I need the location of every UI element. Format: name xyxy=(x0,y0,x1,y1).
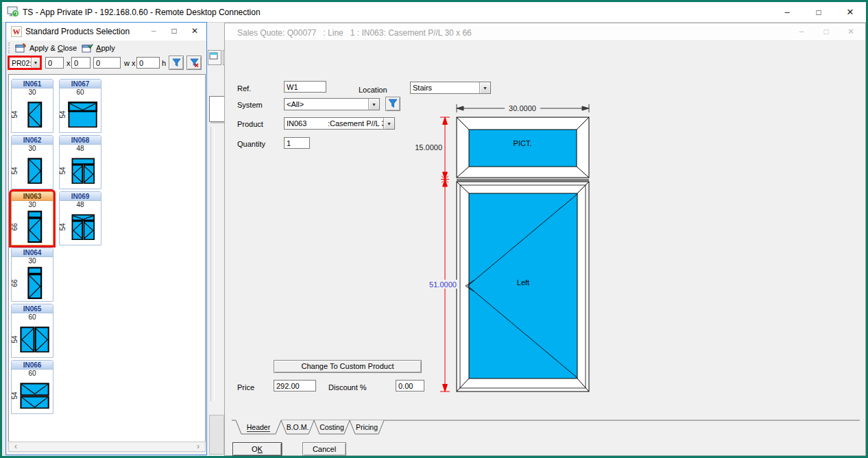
profile-value: PR02: xyxy=(10,59,31,67)
product-card-in065[interactable]: IN0656054 xyxy=(11,304,53,358)
product-code: IN063 xyxy=(12,192,53,201)
location-dropdown[interactable]: Stairs ▼ xyxy=(410,82,491,94)
product-preview: 66 xyxy=(12,210,53,244)
close-button[interactable]: ✕ xyxy=(184,23,205,40)
chevron-down-icon[interactable]: ▼ xyxy=(368,99,379,110)
rdp-icon xyxy=(7,6,19,21)
chevron-down-icon[interactable]: ▼ xyxy=(383,118,394,129)
close-button[interactable]: ✕ xyxy=(834,2,866,23)
maximize-button[interactable]: □ xyxy=(815,23,838,40)
minimize-button[interactable]: – xyxy=(771,2,803,23)
product-width: 48 xyxy=(60,145,101,153)
filter-funnel-icon xyxy=(388,99,398,108)
product-card-in061[interactable]: IN0613054 xyxy=(11,79,53,133)
clear-filter-icon xyxy=(190,58,199,67)
product-code: IN062 xyxy=(12,136,53,145)
chevron-down-icon[interactable]: ▼ xyxy=(31,58,40,68)
h-label: h xyxy=(162,59,166,67)
quantity-label: Quantity xyxy=(237,140,265,148)
minimize-button[interactable]: – xyxy=(790,23,813,40)
product-thumbnail-icon xyxy=(27,158,43,184)
product-height: 54 xyxy=(59,110,67,119)
top-pane-label: PICT. xyxy=(514,139,532,147)
tab-costing-label[interactable]: Costing xyxy=(320,423,344,431)
location-label: Location xyxy=(359,86,387,94)
sales-quote-window: Sales Quote: Q00077 : Line 1 : IN063: Ca… xyxy=(224,23,866,456)
product-value: IN063 :Casement P//L 30 xyxy=(285,119,383,128)
svg-text:W: W xyxy=(13,27,21,36)
close-button[interactable]: ✕ xyxy=(839,23,863,40)
apply-close-button[interactable]: Apply & Close xyxy=(14,42,80,54)
dialog-toolbar: Apply & Close Apply xyxy=(6,40,206,56)
price-label: Price xyxy=(237,383,254,391)
wx-label: w x xyxy=(124,59,136,67)
apply-filter-button[interactable] xyxy=(169,56,184,70)
maximize-button[interactable]: □ xyxy=(803,2,834,23)
product-preview: 54 xyxy=(60,210,101,244)
dialog-filterbar: PR02: ▼ x w x h xyxy=(6,56,206,73)
horizontal-scrollbar[interactable]: ‹ › xyxy=(8,442,206,452)
system-label: System xyxy=(237,101,263,109)
price-input[interactable] xyxy=(274,380,316,391)
cancel-button[interactable]: Cancel xyxy=(302,442,346,456)
product-width: 60 xyxy=(60,88,101,97)
system-filter-button[interactable] xyxy=(385,97,400,111)
product-height: 66 xyxy=(11,222,19,232)
scroll-right-arrow[interactable]: › xyxy=(193,442,204,451)
product-card-in062[interactable]: IN0623054 xyxy=(11,135,53,189)
tab-header-label[interactable]: Header xyxy=(247,423,271,431)
maximize-button[interactable]: □ xyxy=(164,23,184,40)
product-code: IN068 xyxy=(60,136,101,145)
product-width: 30 xyxy=(12,201,53,209)
product-preview: 54 xyxy=(60,154,101,188)
apply-button[interactable]: Apply xyxy=(80,42,119,54)
sales-quote-titlebar: Sales Quote: Q00077 : Line 1 : IN063: Ca… xyxy=(225,23,865,41)
chevron-down-icon[interactable]: ▼ xyxy=(479,82,490,93)
filter-width1-input[interactable] xyxy=(45,57,64,69)
system-dropdown[interactable]: <All> ▼ xyxy=(284,98,380,110)
discount-input[interactable] xyxy=(396,380,424,391)
product-thumbnail-icon xyxy=(71,158,95,184)
product-code: IN069 xyxy=(60,192,101,201)
tab-strip: Header B.O.M. Costing Pricing xyxy=(232,420,860,436)
product-card-in066[interactable]: IN0666054 xyxy=(11,360,53,414)
product-thumbnail-icon xyxy=(27,210,43,243)
profile-dropdown[interactable]: PR02: ▼ xyxy=(8,56,42,70)
filter-height2-input[interactable] xyxy=(136,57,160,69)
product-card-in067[interactable]: IN0676054 xyxy=(59,79,101,133)
product-thumbnail-icon xyxy=(27,101,43,128)
product-dropdown[interactable]: IN063 :Casement P//L 30 ▼ xyxy=(284,117,395,130)
ref-label: Ref. xyxy=(237,84,251,93)
filter-width2-input[interactable] xyxy=(71,57,91,69)
dialog-titlebar: W Standard Products Selection – □ ✕ xyxy=(6,23,206,40)
change-to-custom-product-button[interactable]: Change To Custom Product xyxy=(274,360,422,373)
filter-height1-input[interactable] xyxy=(93,57,121,69)
product-preview: 66 xyxy=(12,266,53,300)
sash-label: Left xyxy=(517,278,529,287)
scroll-left-arrow[interactable]: ‹ xyxy=(10,442,21,451)
product-thumbnail-icon xyxy=(68,101,97,128)
product-card-in068[interactable]: IN0684854 xyxy=(59,135,101,189)
product-preview: 54 xyxy=(12,97,53,132)
product-card-in063[interactable]: IN0633066 xyxy=(11,191,53,245)
clear-filter-button[interactable] xyxy=(186,56,202,70)
ok-button[interactable]: OK xyxy=(232,442,282,456)
product-code: IN067 xyxy=(60,80,101,88)
width-dimension: 30.0000 xyxy=(509,104,536,112)
product-width: 30 xyxy=(12,145,53,153)
apply-close-icon xyxy=(15,43,27,53)
apply-icon xyxy=(82,43,93,53)
bottom-height-dimension: 51.0000 xyxy=(429,280,457,289)
tab-bom-label[interactable]: B.O.M. xyxy=(287,423,309,431)
filter-funnel-icon xyxy=(172,58,181,67)
product-height: 54 xyxy=(11,391,19,400)
dialog-title: Standard Products Selection xyxy=(25,27,130,36)
quantity-input[interactable] xyxy=(284,137,310,149)
tab-pricing-label[interactable]: Pricing xyxy=(356,423,378,431)
ref-input[interactable] xyxy=(284,81,326,93)
product-card-in064[interactable]: IN0643066 xyxy=(11,248,53,302)
minimize-button[interactable]: – xyxy=(143,23,164,40)
product-width: 60 xyxy=(12,313,53,322)
product-card-in069[interactable]: IN0694854 xyxy=(59,191,101,245)
product-height: 54 xyxy=(59,222,67,232)
